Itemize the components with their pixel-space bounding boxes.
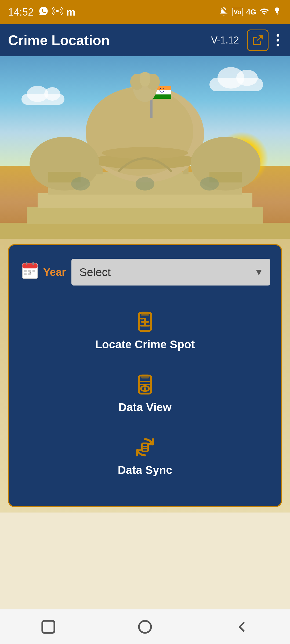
main-card: 1 Year Select 2019 2020 2021 2022 [8,244,282,507]
network-icon: 4G [246,8,256,16]
year-icon-wrap: 1 Year [20,260,66,284]
moto-icon: m [66,6,75,18]
year-select[interactable]: Select 2019 2020 2021 2022 2023 2024 [71,259,270,286]
locate-crime-spot-label: Locate Crime Spot [95,338,195,351]
vidhana-soudha-illustration [0,56,290,239]
status-time: 14:52 [8,6,34,18]
svg-rect-40 [28,270,31,272]
signal-icon [259,7,269,17]
back-nav-button[interactable] [228,613,255,640]
sync-icon [133,435,157,459]
svg-rect-3 [38,193,252,208]
year-row: 1 Year Select 2019 2020 2021 2022 [20,259,270,286]
clipboard-add-icon [133,310,157,334]
svg-point-33 [200,177,219,191]
svg-point-60 [139,621,151,633]
svg-rect-36 [26,262,27,265]
svg-rect-42 [24,273,27,275]
svg-rect-45 [141,312,149,316]
svg-rect-2 [27,207,263,224]
content-area: 1 Year Select 2019 2020 2021 2022 [0,239,290,513]
app-version: V-1.12 [211,35,239,46]
clipboard-eye-icon [133,372,157,397]
data-view-label: Data View [118,401,172,414]
svg-rect-59 [42,621,55,633]
app-title: Crime Location [8,32,211,48]
hero-image [0,56,290,239]
status-right: Vo 4G [219,7,282,17]
svg-point-32 [136,177,154,191]
hotspot-icon [52,6,63,18]
status-bar: 14:52 m Vo [0,0,290,24]
svg-point-30 [140,72,150,87]
locate-crime-spot-button[interactable]: Locate Crime Spot [20,302,270,359]
svg-rect-35 [22,263,37,268]
square-nav-button[interactable] [35,613,62,640]
year-label: Year [43,266,66,278]
svg-rect-41 [32,270,35,272]
svg-point-55 [144,387,146,390]
svg-rect-39 [24,270,27,272]
battery-icon [272,7,282,17]
data-sync-button[interactable]: Data Sync [20,427,270,485]
data-view-button[interactable]: Data View [20,364,270,422]
status-left: 14:52 m [8,6,75,18]
bell-muted-icon [219,7,229,17]
svg-rect-51 [141,375,149,379]
svg-point-17 [102,147,188,159]
svg-point-0 [56,10,59,12]
data-sync-label: Data Sync [118,464,172,477]
svg-rect-25 [153,94,171,99]
calendar-icon: 1 [20,260,40,284]
more-options-button[interactable] [274,34,282,46]
volte-icon: Vo [232,8,243,16]
year-select-wrapper[interactable]: Select 2019 2020 2021 2022 2023 2024 ▼ [71,259,270,286]
svg-rect-1 [0,223,290,239]
status-icons: m [38,6,75,18]
home-nav-button[interactable] [132,613,158,640]
whatsapp-icon [38,6,49,18]
svg-point-31 [71,177,90,191]
svg-rect-37 [32,262,34,265]
nav-bar [0,609,290,644]
share-button[interactable] [247,30,269,51]
svg-rect-43 [28,273,31,275]
app-bar: Crime Location V-1.12 [0,24,290,56]
